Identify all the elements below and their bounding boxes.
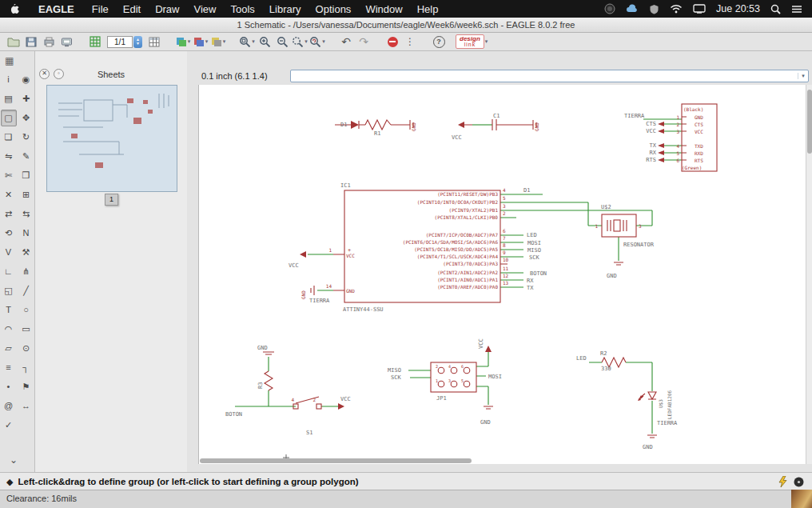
notification-center-icon[interactable]: [791, 5, 802, 14]
spotlight-icon[interactable]: [770, 4, 781, 14]
layer-chip-3-button[interactable]: ▾: [210, 34, 226, 49]
tool-split[interactable]: ⋔: [18, 263, 34, 280]
sheet-selector-value[interactable]: 1/1: [107, 36, 133, 48]
tool-arc[interactable]: ◠: [1, 321, 17, 338]
undo-button[interactable]: ↶: [338, 34, 354, 49]
menu-item-file[interactable]: File: [85, 3, 116, 15]
shield-icon[interactable]: [649, 4, 659, 14]
sheets-panel-header: Sheets ✕ ◦: [35, 67, 187, 81]
tool-cut[interactable]: ✄: [1, 167, 17, 184]
array-button[interactable]: [146, 34, 162, 49]
tool-copy[interactable]: ❏: [1, 129, 17, 146]
palette-collapse-icon[interactable]: ⌄: [10, 454, 18, 466]
zoom-in-button[interactable]: [257, 34, 273, 49]
tool-wire[interactable]: ╱: [18, 282, 34, 299]
table-icon: [149, 37, 160, 47]
menu-item-tools[interactable]: Tools: [223, 3, 261, 15]
tool-dimension[interactable]: ↔: [18, 398, 34, 414]
tool-gateswap[interactable]: ⇆: [18, 206, 34, 222]
export-image-button[interactable]: [58, 34, 74, 49]
tool-name[interactable]: N: [18, 225, 34, 242]
menu-item-edit[interactable]: Edit: [116, 3, 148, 15]
tool-junction[interactable]: •: [1, 378, 17, 395]
tool-attribute[interactable]: @: [1, 398, 17, 414]
window-titlebar[interactable]: 1 Schematic - /Users/vanessa/Documents/e…: [0, 18, 812, 33]
tool-display[interactable]: ▤: [1, 90, 17, 107]
tool-rotate[interactable]: ↻: [18, 129, 34, 146]
tool-value[interactable]: V: [1, 244, 17, 261]
design-link-button[interactable]: design link: [456, 34, 484, 49]
tool-group[interactable]: ▢: [1, 110, 17, 126]
schematic-label: TXD: [695, 143, 703, 149]
tool-erc[interactable]: ✓: [1, 417, 17, 434]
tool-net[interactable]: ┐: [18, 359, 34, 376]
open-button[interactable]: [6, 34, 22, 49]
tool-invoke[interactable]: ◱: [1, 282, 17, 299]
tool-circle[interactable]: ○: [18, 302, 34, 318]
tool-label[interactable]: ⚑: [18, 378, 34, 395]
vertical-scrollbar[interactable]: [806, 85, 812, 464]
menubar-clock[interactable]: Jue 20:53: [716, 3, 760, 14]
schematic-canvas[interactable]: D1R1GNDC1VCCGNDTIERRA(Black)GNDCTSVCCTXD…: [198, 85, 806, 464]
tool-mark[interactable]: ✚: [18, 90, 34, 107]
tool-bus[interactable]: ≡: [1, 359, 17, 376]
tool-miter[interactable]: ∟: [1, 263, 17, 280]
vertical-scrollbar-thumb[interactable]: [807, 90, 812, 154]
tool-text[interactable]: T: [1, 302, 17, 318]
command-dropdown-icon[interactable]: ▾: [798, 73, 808, 79]
menu-item-draw[interactable]: Draw: [148, 3, 186, 15]
tool-via[interactable]: ⊙: [18, 340, 34, 357]
schematic-label: RX: [527, 278, 534, 284]
sheet-selector[interactable]: 1/1 ▲▼: [107, 36, 142, 48]
tool-delete[interactable]: ✕: [1, 186, 17, 203]
zoom-select-button[interactable]: ▾: [292, 34, 308, 49]
tool-paste[interactable]: ❒: [18, 167, 34, 184]
horizontal-scrollbar[interactable]: [198, 458, 806, 464]
design-link-caret-icon[interactable]: ▾: [485, 38, 488, 45]
help-button[interactable]: ?: [431, 34, 447, 49]
menu-item-help[interactable]: Help: [410, 3, 446, 15]
dnd-icon[interactable]: [604, 3, 615, 14]
tool-mirror[interactable]: ⇋: [1, 148, 17, 165]
log-status-icon[interactable]: [794, 477, 804, 487]
tool-smash[interactable]: ⚒: [18, 244, 34, 261]
layer-chip-1-button[interactable]: ▾: [175, 34, 191, 49]
app-menu[interactable]: EAGLE: [31, 3, 82, 15]
tool-move[interactable]: ✥: [18, 110, 34, 126]
sheet-thumbnail[interactable]: [46, 85, 177, 192]
apple-menu[interactable]: [10, 3, 20, 15]
wifi-icon[interactable]: [670, 4, 683, 14]
zoom-redraw-button[interactable]: ▾: [309, 34, 325, 49]
menu-item-window[interactable]: Window: [358, 3, 409, 15]
sheet-stepper-icon[interactable]: ▲▼: [133, 36, 142, 48]
layer-chip-2-button[interactable]: ▾: [193, 34, 209, 49]
schematic-label: CTS: [695, 122, 703, 127]
cloud-icon[interactable]: [626, 4, 639, 14]
menu-item-view[interactable]: View: [187, 3, 224, 15]
tool-replace[interactable]: ⟲: [1, 225, 17, 242]
more-actions-button[interactable]: ⋮: [402, 34, 418, 49]
panel-divider[interactable]: [187, 51, 198, 472]
command-input[interactable]: [291, 72, 798, 81]
save-button[interactable]: [23, 34, 39, 49]
menu-item-options[interactable]: Options: [308, 3, 359, 15]
grid-settings-button[interactable]: [87, 34, 103, 49]
tool-add[interactable]: ⊞: [18, 186, 34, 203]
tool-info[interactable]: i: [1, 71, 17, 88]
tool-rect[interactable]: ▭: [18, 321, 34, 338]
print-button[interactable]: [41, 34, 57, 49]
menu-item-library[interactable]: Library: [262, 3, 308, 15]
tool-pinswap[interactable]: ⇄: [1, 206, 17, 222]
display-icon[interactable]: [693, 4, 706, 14]
tool-polygon[interactable]: ▱: [1, 340, 17, 357]
sheet-1-badge[interactable]: 1: [105, 194, 118, 206]
stop-button[interactable]: [384, 34, 400, 49]
tool-show[interactable]: ◉: [18, 71, 34, 88]
zoom-fit-button[interactable]: ▾: [239, 34, 255, 49]
sheet-list-icon[interactable]: ▦: [5, 55, 34, 66]
tool-change[interactable]: ✎: [18, 148, 34, 165]
horizontal-scrollbar-thumb[interactable]: [200, 458, 472, 463]
lightning-icon[interactable]: [778, 476, 787, 487]
zoom-out-button[interactable]: [274, 34, 290, 49]
redo-button[interactable]: ↷: [356, 34, 372, 49]
